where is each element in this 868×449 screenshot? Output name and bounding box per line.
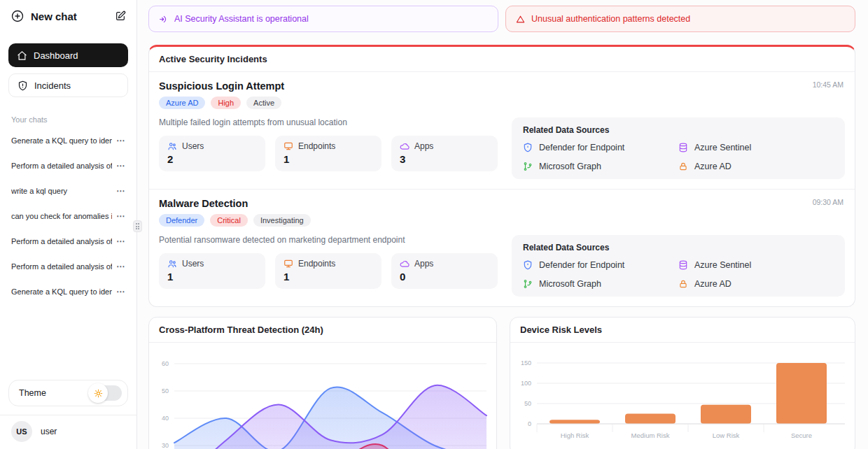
- stat-tile-users: Users 1: [159, 253, 265, 289]
- status-badge: Investigating: [253, 214, 311, 227]
- database-icon: [678, 260, 688, 270]
- stat-value: 1: [284, 271, 373, 283]
- svg-text:30: 30: [162, 442, 169, 449]
- svg-text:50: 50: [524, 400, 531, 407]
- theme-toggle[interactable]: [90, 385, 122, 401]
- stat-tile-apps: Apps 0: [391, 253, 498, 289]
- incident-badges: Azure AD High Active: [159, 97, 845, 109]
- chat-item-menu-icon[interactable]: ⋯: [116, 136, 125, 145]
- git-branch-icon: [523, 279, 533, 289]
- shield-icon: [523, 143, 533, 152]
- status-banners: AI Security Assistant is operational Unu…: [148, 6, 855, 32]
- stat-value: 2: [167, 153, 257, 165]
- incident-description: Potential ransomware detected on marketi…: [159, 235, 498, 245]
- stat-tile-apps: Apps 3: [391, 136, 498, 171]
- new-chat-label: New chat: [31, 10, 107, 22]
- monitor-icon: [284, 259, 293, 269]
- chat-item-menu-icon[interactable]: ⋯: [116, 186, 125, 196]
- chat-history-item[interactable]: Generate a KQL query to identify unusua …: [8, 128, 128, 153]
- severity-badge: Critical: [210, 214, 248, 227]
- home-icon: [17, 50, 27, 61]
- avatar: US: [11, 421, 32, 442]
- svg-text:100: 100: [521, 380, 531, 387]
- database-icon: [678, 143, 688, 152]
- sidebar-item-incidents[interactable]: Incidents: [8, 73, 128, 97]
- device-risk-chart-card: Device Risk Levels 050100150High RiskMed…: [510, 317, 855, 449]
- sidebar-item-dashboard[interactable]: Dashboard: [8, 43, 128, 67]
- svg-text:Secure: Secure: [791, 432, 812, 439]
- active-incidents-card: Active Security Incidents Suspicious Log…: [148, 45, 855, 307]
- main-content: AI Security Assistant is operational Unu…: [137, 0, 868, 449]
- compose-icon[interactable]: [114, 10, 127, 22]
- stat-tile-endpoints: Endpoints 1: [275, 136, 382, 171]
- data-source-item: Microsoft Graph: [523, 279, 678, 289]
- chat-history-item[interactable]: Generate a KQL query to identify unusua …: [8, 279, 128, 304]
- data-source-item: Azure AD: [678, 162, 834, 171]
- device-risk-chart-title: Device Risk Levels: [510, 318, 855, 343]
- chat-item-menu-icon[interactable]: ⋯: [116, 161, 125, 171]
- status-badge: Active: [246, 97, 281, 109]
- assistant-status-banner: AI Security Assistant is operational: [148, 6, 498, 32]
- stat-value: 0: [400, 271, 489, 283]
- user-row[interactable]: US user: [0, 415, 136, 449]
- device-risk-bar-chart: 050100150High RiskMedium RiskLow RiskSec…: [510, 343, 855, 449]
- alert-banner-text: Unusual authentication patterns detected: [531, 14, 690, 24]
- incident-stats: Users 1 Endpoints: [159, 253, 498, 289]
- sidebar-nav: Dashboard Incidents: [8, 43, 128, 97]
- chat-history-item[interactable]: Perform a detailed analysis of incident …: [8, 153, 128, 178]
- theme-toggle-knob[interactable]: [88, 383, 108, 403]
- incident-row[interactable]: Malware Detection 09:30 AM Defender Crit…: [149, 189, 855, 306]
- login-arrow-icon: [159, 15, 168, 24]
- theme-label: Theme: [19, 388, 46, 398]
- cloud-icon: [400, 141, 410, 151]
- users-icon: [167, 259, 177, 269]
- data-source-item: Defender for Endpoint: [523, 260, 678, 270]
- incident-row[interactable]: Suspicious Login Attempt 10:45 AM Azure …: [149, 72, 855, 189]
- data-source-item: Azure AD: [678, 279, 834, 289]
- stat-tile-endpoints: Endpoints 1: [275, 253, 382, 289]
- chat-item-menu-icon[interactable]: ⋯: [116, 236, 125, 246]
- source-badge: Defender: [159, 214, 204, 227]
- svg-text:40: 40: [162, 415, 169, 422]
- lock-icon: [678, 279, 688, 289]
- nav-label: Dashboard: [34, 50, 78, 61]
- incidents-card-title: Active Security Incidents: [149, 47, 855, 72]
- shield-icon: [523, 260, 533, 270]
- severity-badge: High: [211, 97, 241, 109]
- svg-text:Medium Risk: Medium Risk: [631, 432, 670, 439]
- incident-description: Multiple failed login attempts from unus…: [159, 117, 498, 127]
- chat-item-menu-icon[interactable]: ⋯: [116, 287, 125, 297]
- threat-detection-chart: 6050403020: [149, 343, 496, 449]
- cloud-icon: [400, 259, 410, 269]
- incident-badges: Defender Critical Investigating: [159, 214, 845, 227]
- chats-heading: Your chats: [8, 115, 128, 124]
- incident-title: Malware Detection: [159, 198, 845, 209]
- related-data-sources-panel: Related Data Sources Defender for Endpoi…: [512, 117, 845, 179]
- chat-history-item[interactable]: Perform a detailed analysis of incident …: [8, 229, 128, 254]
- sidebar-resize-handle[interactable]: [133, 220, 142, 232]
- threat-chart-title: Cross-Platform Threat Detection (24h): [149, 318, 496, 343]
- incident-time: 10:45 AM: [813, 80, 844, 89]
- threat-detection-chart-card: Cross-Platform Threat Detection (24h): [148, 317, 497, 449]
- app-window: New chat Dashboard: [0, 0, 868, 449]
- stat-tile-users: Users 2: [159, 136, 265, 171]
- incident-title: Suspicious Login Attempt: [159, 80, 845, 92]
- lock-icon: [678, 162, 688, 171]
- chat-item-menu-icon[interactable]: ⋯: [116, 262, 125, 271]
- chat-history-item[interactable]: write a kql query ⋯: [8, 178, 128, 204]
- incident-time: 09:30 AM: [813, 198, 844, 206]
- sidebar-footer: Theme US user: [8, 380, 128, 449]
- plus-circle-icon[interactable]: [11, 10, 24, 22]
- warning-triangle-icon: [516, 15, 525, 24]
- chat-item-menu-icon[interactable]: ⋯: [116, 211, 125, 221]
- new-chat-row[interactable]: New chat: [8, 7, 128, 22]
- chat-history-item[interactable]: Perform a detailed analysis of incident …: [8, 254, 128, 279]
- nav-label: Incidents: [34, 80, 71, 91]
- assistant-status-text: AI Security Assistant is operational: [174, 14, 309, 24]
- chat-history-list: Generate a KQL query to identify unusua …: [8, 128, 128, 304]
- data-source-item: Microsoft Graph: [523, 162, 678, 171]
- svg-text:150: 150: [521, 359, 531, 366]
- stat-value: 1: [167, 271, 257, 283]
- chat-history-item[interactable]: can you check for anomalies indicating ⋯: [8, 204, 128, 229]
- svg-text:50: 50: [162, 387, 169, 394]
